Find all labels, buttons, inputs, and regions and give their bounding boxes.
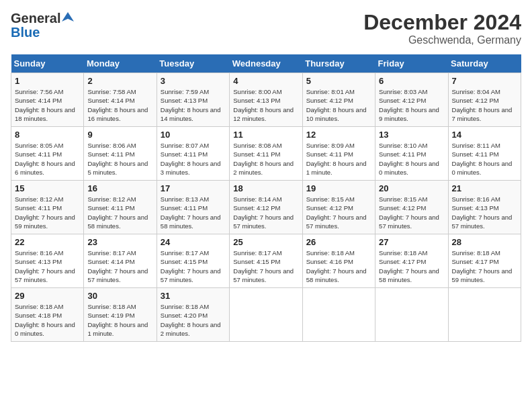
header-saturday: Saturday: [448, 54, 521, 73]
calendar-cell: 15Sunrise: 8:12 AMSunset: 4:11 PMDayligh…: [11, 181, 84, 234]
calendar-cell: 9Sunrise: 8:06 AMSunset: 4:11 PMDaylight…: [84, 127, 157, 181]
day-number: 22: [15, 237, 80, 247]
logo-general-text: General: [11, 11, 60, 25]
day-number: 10: [161, 130, 226, 140]
title-block: December 2024 Geschwenda, Germany: [363, 11, 521, 46]
day-number: 4: [233, 76, 298, 86]
calendar-cell: 24Sunrise: 8:17 AMSunset: 4:15 PMDayligh…: [157, 234, 229, 288]
cell-details: Sunrise: 8:16 AMSunset: 4:13 PMDaylight:…: [452, 195, 517, 230]
calendar-cell: 20Sunrise: 8:15 AMSunset: 4:12 PMDayligh…: [375, 181, 448, 234]
calendar-cell: 26Sunrise: 8:18 AMSunset: 4:16 PMDayligh…: [302, 234, 375, 288]
day-number: 25: [233, 237, 298, 247]
day-number: 1: [15, 76, 80, 86]
cell-details: Sunrise: 7:59 AMSunset: 4:13 PMDaylight:…: [161, 87, 226, 123]
week-row-2: 8Sunrise: 8:05 AMSunset: 4:11 PMDaylight…: [11, 127, 521, 181]
cell-details: Sunrise: 8:00 AMSunset: 4:13 PMDaylight:…: [233, 87, 298, 123]
cell-details: Sunrise: 8:12 AMSunset: 4:11 PMDaylight:…: [15, 195, 80, 230]
calendar-cell: [302, 288, 375, 342]
cell-details: Sunrise: 8:12 AMSunset: 4:11 PMDaylight:…: [87, 195, 152, 230]
calendar-cell: 3Sunrise: 7:59 AMSunset: 4:13 PMDaylight…: [157, 73, 229, 127]
calendar-cell: 19Sunrise: 8:15 AMSunset: 4:12 PMDayligh…: [302, 181, 375, 234]
calendar-cell: 8Sunrise: 8:05 AMSunset: 4:11 PMDaylight…: [11, 127, 84, 181]
calendar-cell: 11Sunrise: 8:08 AMSunset: 4:11 PMDayligh…: [230, 127, 302, 181]
cell-details: Sunrise: 8:18 AMSunset: 4:20 PMDaylight:…: [161, 302, 226, 338]
cell-details: Sunrise: 8:18 AMSunset: 4:19 PMDaylight:…: [87, 302, 152, 338]
calendar-cell: 6Sunrise: 8:03 AMSunset: 4:12 PMDaylight…: [375, 73, 448, 127]
calendar-location: Geschwenda, Germany: [363, 34, 521, 46]
week-row-4: 22Sunrise: 8:16 AMSunset: 4:13 PMDayligh…: [11, 234, 521, 288]
cell-details: Sunrise: 8:18 AMSunset: 4:16 PMDaylight:…: [306, 248, 371, 284]
day-number: 20: [379, 183, 444, 193]
calendar-cell: 5Sunrise: 8:01 AMSunset: 4:12 PMDaylight…: [302, 73, 375, 127]
cell-details: Sunrise: 8:18 AMSunset: 4:18 PMDaylight:…: [15, 302, 80, 338]
calendar-cell: 4Sunrise: 8:00 AMSunset: 4:13 PMDaylight…: [230, 73, 302, 127]
calendar-table: SundayMondayTuesdayWednesdayThursdayFrid…: [11, 54, 521, 342]
day-number: 14: [452, 130, 517, 140]
calendar-cell: 13Sunrise: 8:10 AMSunset: 4:11 PMDayligh…: [375, 127, 448, 181]
page-header: General Blue December 2024 Geschwenda, G…: [11, 11, 521, 46]
cell-details: Sunrise: 8:07 AMSunset: 4:11 PMDaylight:…: [161, 141, 226, 177]
day-number: 29: [15, 291, 80, 301]
calendar-cell: 1Sunrise: 7:56 AMSunset: 4:14 PMDaylight…: [11, 73, 84, 127]
calendar-cell: 2Sunrise: 7:58 AMSunset: 4:14 PMDaylight…: [84, 73, 157, 127]
day-number: 24: [161, 237, 226, 247]
cell-details: Sunrise: 8:17 AMSunset: 4:15 PMDaylight:…: [233, 248, 298, 284]
day-number: 15: [15, 183, 80, 193]
day-number: 17: [161, 183, 226, 193]
logo-blue-text: Blue: [11, 26, 40, 39]
calendar-cell: [375, 288, 448, 342]
week-row-5: 29Sunrise: 8:18 AMSunset: 4:18 PMDayligh…: [11, 288, 521, 342]
day-number: 18: [233, 183, 298, 193]
calendar-cell: 31Sunrise: 8:18 AMSunset: 4:20 PMDayligh…: [157, 288, 229, 342]
calendar-cell: 29Sunrise: 8:18 AMSunset: 4:18 PMDayligh…: [11, 288, 84, 342]
calendar-cell: 23Sunrise: 8:17 AMSunset: 4:14 PMDayligh…: [84, 234, 157, 288]
calendar-cell: [448, 288, 521, 342]
day-number: 16: [87, 183, 152, 193]
header-row: SundayMondayTuesdayWednesdayThursdayFrid…: [11, 54, 521, 73]
calendar-cell: 7Sunrise: 8:04 AMSunset: 4:12 PMDaylight…: [448, 73, 521, 127]
day-number: 23: [87, 237, 152, 247]
day-number: 2: [87, 76, 152, 86]
calendar-title: December 2024: [363, 11, 521, 34]
cell-details: Sunrise: 8:09 AMSunset: 4:11 PMDaylight:…: [306, 141, 371, 177]
header-monday: Monday: [84, 54, 157, 73]
cell-details: Sunrise: 8:17 AMSunset: 4:15 PMDaylight:…: [161, 248, 226, 284]
week-row-1: 1Sunrise: 7:56 AMSunset: 4:14 PMDaylight…: [11, 73, 521, 127]
calendar-cell: 30Sunrise: 8:18 AMSunset: 4:19 PMDayligh…: [84, 288, 157, 342]
cell-details: Sunrise: 8:04 AMSunset: 4:12 PMDaylight:…: [452, 87, 517, 123]
cell-details: Sunrise: 8:10 AMSunset: 4:11 PMDaylight:…: [379, 141, 444, 177]
day-number: 8: [15, 130, 80, 140]
logo: General Blue: [11, 11, 74, 39]
day-number: 6: [379, 76, 444, 86]
cell-details: Sunrise: 8:06 AMSunset: 4:11 PMDaylight:…: [87, 141, 152, 177]
day-number: 28: [452, 237, 517, 247]
cell-details: Sunrise: 7:58 AMSunset: 4:14 PMDaylight:…: [87, 87, 152, 123]
day-number: 19: [306, 183, 371, 193]
header-thursday: Thursday: [302, 54, 375, 73]
calendar-cell: 18Sunrise: 8:14 AMSunset: 4:12 PMDayligh…: [230, 181, 302, 234]
day-number: 30: [87, 291, 152, 301]
cell-details: Sunrise: 8:16 AMSunset: 4:13 PMDaylight:…: [15, 248, 80, 284]
cell-details: Sunrise: 8:11 AMSunset: 4:11 PMDaylight:…: [452, 141, 517, 177]
day-number: 7: [452, 76, 517, 86]
day-number: 27: [379, 237, 444, 247]
day-number: 3: [161, 76, 226, 86]
calendar-cell: 21Sunrise: 8:16 AMSunset: 4:13 PMDayligh…: [448, 181, 521, 234]
calendar-cell: 17Sunrise: 8:13 AMSunset: 4:11 PMDayligh…: [157, 181, 229, 234]
cell-details: Sunrise: 8:15 AMSunset: 4:12 PMDaylight:…: [306, 195, 371, 230]
day-number: 12: [306, 130, 371, 140]
cell-details: Sunrise: 8:08 AMSunset: 4:11 PMDaylight:…: [233, 141, 298, 177]
day-number: 11: [233, 130, 298, 140]
cell-details: Sunrise: 8:05 AMSunset: 4:11 PMDaylight:…: [15, 141, 80, 177]
calendar-cell: 25Sunrise: 8:17 AMSunset: 4:15 PMDayligh…: [230, 234, 302, 288]
cell-details: Sunrise: 8:01 AMSunset: 4:12 PMDaylight:…: [306, 87, 371, 123]
cell-details: Sunrise: 8:14 AMSunset: 4:12 PMDaylight:…: [233, 195, 298, 230]
cell-details: Sunrise: 8:03 AMSunset: 4:12 PMDaylight:…: [379, 87, 444, 123]
header-wednesday: Wednesday: [230, 54, 302, 73]
cell-details: Sunrise: 8:18 AMSunset: 4:17 PMDaylight:…: [452, 248, 517, 284]
calendar-cell: [230, 288, 302, 342]
calendar-cell: 22Sunrise: 8:16 AMSunset: 4:13 PMDayligh…: [11, 234, 84, 288]
day-number: 26: [306, 237, 371, 247]
calendar-cell: 27Sunrise: 8:18 AMSunset: 4:17 PMDayligh…: [375, 234, 448, 288]
calendar-cell: 12Sunrise: 8:09 AMSunset: 4:11 PMDayligh…: [302, 127, 375, 181]
